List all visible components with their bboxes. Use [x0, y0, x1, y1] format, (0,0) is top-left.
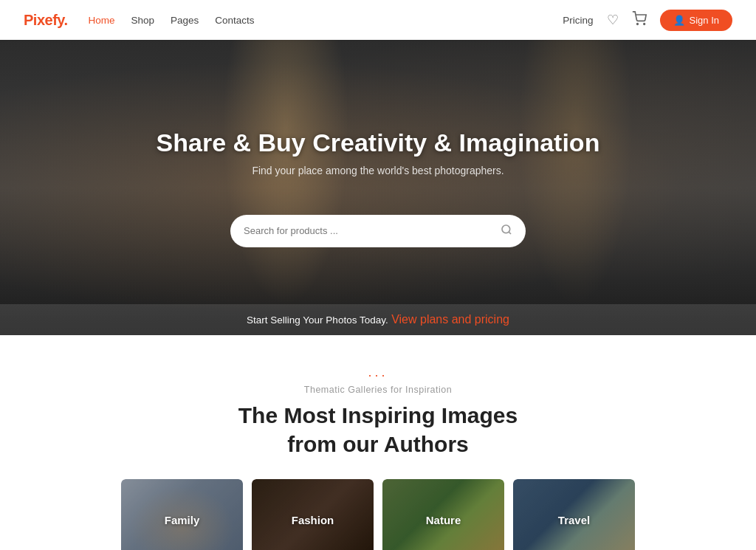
gallery-card-travel[interactable]: Travel: [513, 479, 635, 550]
hero-content: Share & Buy Creativity & Imagination Fin…: [157, 128, 600, 193]
card-family-label: Family: [165, 514, 200, 526]
section-title-line2: from our Authors: [287, 432, 469, 456]
sign-in-label: Sign In: [690, 15, 719, 26]
card-nature-overlay: Nature: [382, 479, 504, 550]
search-icon[interactable]: [501, 224, 512, 238]
hero-section: Share & Buy Creativity & Imagination Fin…: [0, 40, 756, 335]
navbar: Pixefy. Home Shop Pages Contacts Pricing…: [0, 0, 756, 40]
cta-link[interactable]: View plans and pricing: [391, 313, 509, 326]
nav-shop[interactable]: Shop: [131, 15, 155, 26]
section-title: The Most Inspiring Images from our Autho…: [24, 401, 732, 458]
user-icon: 👤: [673, 15, 685, 26]
card-nature-label: Nature: [426, 514, 461, 526]
gallery-section: ... Thematic Galleries for Inspiration T…: [0, 335, 756, 550]
gallery-card-family[interactable]: Family: [121, 479, 243, 550]
navbar-left: Pixefy. Home Shop Pages Contacts: [24, 12, 255, 29]
card-family-overlay: Family: [121, 479, 243, 550]
nav-pages[interactable]: Pages: [171, 15, 199, 26]
svg-point-1: [643, 23, 645, 24]
sign-in-button[interactable]: 👤 Sign In: [660, 10, 732, 31]
gallery-cards: Family Fashion Nature Travel: [24, 479, 732, 550]
svg-line-3: [509, 232, 511, 234]
nav-links: Home Shop Pages Contacts: [89, 15, 255, 26]
section-subtitle: Thematic Galleries for Inspiration: [24, 385, 732, 395]
hero-title: Share & Buy Creativity & Imagination: [157, 128, 600, 157]
logo-dot: .: [63, 12, 67, 28]
section-dots: ...: [24, 365, 732, 380]
nav-contacts[interactable]: Contacts: [215, 15, 254, 26]
hero-subtitle: Find your place among the world's best p…: [157, 165, 600, 176]
card-fashion-label: Fashion: [292, 514, 334, 526]
logo[interactable]: Pixefy.: [24, 12, 68, 29]
search-bar[interactable]: [230, 215, 526, 247]
navbar-right: Pricing ♡ 👤 Sign In: [563, 10, 732, 31]
card-fashion-overlay: Fashion: [252, 479, 374, 550]
logo-text: Pixefy: [24, 12, 63, 28]
svg-point-0: [636, 23, 638, 24]
nav-home[interactable]: Home: [89, 15, 115, 26]
svg-point-2: [502, 225, 510, 233]
section-title-line1: The Most Inspiring Images: [238, 403, 518, 427]
heart-icon[interactable]: ♡: [607, 12, 619, 28]
gallery-card-fashion[interactable]: Fashion: [252, 479, 374, 550]
gallery-card-nature[interactable]: Nature: [382, 479, 504, 550]
cta-text: Start Selling Your Photos Today.: [247, 314, 388, 326]
card-travel-label: Travel: [558, 514, 590, 526]
search-input[interactable]: [244, 225, 501, 236]
card-travel-overlay: Travel: [513, 479, 635, 550]
cta-strip: Start Selling Your Photos Today. View pl…: [0, 304, 756, 335]
cart-icon[interactable]: [632, 11, 647, 30]
pricing-link[interactable]: Pricing: [563, 15, 593, 26]
